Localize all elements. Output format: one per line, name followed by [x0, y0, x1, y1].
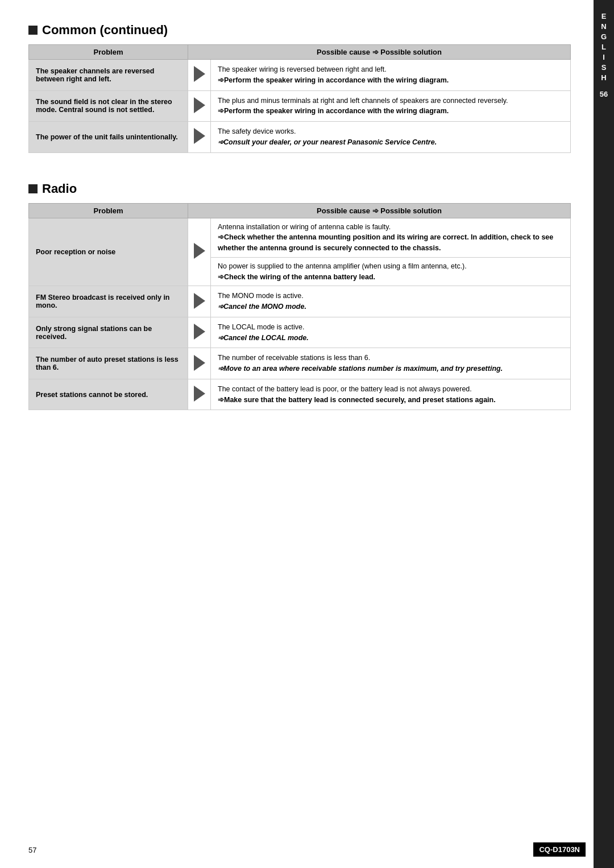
- problem-sound-field: The sound field is not clear in the ster…: [29, 90, 188, 122]
- main-content: Common (continued) Problem Possible caus…: [0, 0, 594, 868]
- arrow-icon: [188, 218, 211, 286]
- side-letter-i: I: [603, 52, 605, 63]
- section-divider: [28, 159, 571, 176]
- radio-section-heading: Radio: [28, 181, 571, 196]
- problem-poor-reception: Poor reception or noise: [29, 218, 188, 286]
- solution-sound-field: The plus and minus terminals at right an…: [211, 90, 571, 122]
- radio-problem-header: Problem: [29, 203, 188, 218]
- table-row: FM Stereo broadcast is received only in …: [29, 286, 571, 317]
- solution-sub-2: No power is supplied to the antenna ampl…: [211, 257, 570, 286]
- arrow-icon: [188, 379, 211, 410]
- side-letter-g: G: [601, 32, 607, 42]
- arrow-symbol: ➾: [372, 48, 381, 56]
- solution-speaker-channels: The speaker wiring is reversed between r…: [211, 60, 571, 91]
- radio-header-row: Problem Possible cause ➾ Possible soluti…: [29, 203, 571, 218]
- page-container: Common (continued) Problem Possible caus…: [0, 0, 614, 868]
- solution-fm-stereo: The MONO mode is active. ➾Cancel the MON…: [211, 286, 571, 317]
- solution-bold-text: ➾Perform the speaker wiring in accordanc…: [218, 107, 449, 115]
- solution-italic-bold-text: ➾Cancel the MONO mode.: [218, 303, 306, 311]
- arrow-icon: [188, 90, 211, 122]
- solution-bold-text: ➾Check whether the antenna mounting posi…: [218, 233, 553, 252]
- table-row: Poor reception or noise Antenna installa…: [29, 218, 571, 286]
- solution-bold-text: ➾Make sure that the battery lead is conn…: [218, 396, 496, 404]
- model-number: CQ-D1703N: [533, 842, 586, 857]
- table-row: Only strong signal stations can be recei…: [29, 317, 571, 348]
- solution-preset-stored: The contact of the battery lead is poor,…: [211, 379, 571, 410]
- solution-bold-text: ➾Perform the speaker wiring in accordanc…: [218, 76, 449, 84]
- arrow-icon: [188, 286, 211, 317]
- side-letter-s: S: [601, 63, 607, 73]
- solution-italic-bold-text: ➾Cancel the LOCAL mode.: [218, 334, 309, 342]
- table-row: The power of the unit fails unintentiona…: [29, 122, 571, 153]
- common-problem-header: Problem: [29, 45, 188, 60]
- solution-label: Possible solution: [380, 48, 442, 56]
- radio-solution-label: Possible solution: [380, 206, 442, 215]
- problem-auto-preset: The number of auto preset stations is le…: [29, 348, 188, 379]
- cause-label: Possible cause: [317, 48, 370, 56]
- problem-fm-stereo: FM Stereo broadcast is received only in …: [29, 286, 188, 317]
- side-letter-e: E: [601, 11, 607, 22]
- side-tab-letters: E N G L I S H: [601, 11, 607, 83]
- problem-speaker-channels: The speaker channels are reversed betwee…: [29, 60, 188, 91]
- solution-italic-bold-text: ➾Move to an area where receivable statio…: [218, 365, 503, 373]
- radio-title: Radio: [42, 181, 77, 196]
- common-cause-solution-header: Possible cause ➾ Possible solution: [188, 45, 571, 60]
- side-tab-number: 56: [600, 90, 608, 98]
- table-row: The number of auto preset stations is le…: [29, 348, 571, 379]
- table-row: The speaker channels are reversed betwee…: [29, 60, 571, 91]
- radio-cause-solution-header: Possible cause ➾ Possible solution: [188, 203, 571, 218]
- problem-strong-signal: Only strong signal stations can be recei…: [29, 317, 188, 348]
- solution-sub-1: Antenna installation or wiring of antenn…: [211, 218, 570, 257]
- radio-table: Problem Possible cause ➾ Possible soluti…: [28, 203, 571, 411]
- solution-italic-bold-text: ➾Consult your dealer, or your nearest Pa…: [218, 138, 437, 146]
- section-square-icon-radio: [28, 184, 38, 193]
- side-letter-l: L: [601, 42, 606, 52]
- common-section-heading: Common (continued): [28, 23, 571, 38]
- arrow-icon: [188, 122, 211, 153]
- side-tab: E N G L I S H 56: [594, 0, 614, 868]
- problem-preset-stored: Preset stations cannot be stored.: [29, 379, 188, 410]
- common-table: Problem Possible cause ➾ Possible soluti…: [28, 44, 571, 153]
- solution-power-fails: The safety device works. ➾Consult your d…: [211, 122, 571, 153]
- problem-power-fails: The power of the unit fails unintentiona…: [29, 122, 188, 153]
- table-row: Preset stations cannot be stored. The co…: [29, 379, 571, 410]
- radio-cause-label: Possible cause: [317, 206, 370, 215]
- section-square-icon: [28, 26, 38, 35]
- arrow-icon: [188, 317, 211, 348]
- solution-auto-preset: The number of receivable stations is les…: [211, 348, 571, 379]
- table-row: The sound field is not clear in the ster…: [29, 90, 571, 122]
- page-number: 57: [28, 846, 36, 854]
- side-letter-h: H: [601, 73, 606, 83]
- solution-strong-signal: The LOCAL mode is active. ➾Cancel the LO…: [211, 317, 571, 348]
- solution-bold-text: ➾Check the wiring of the antenna battery…: [218, 273, 375, 281]
- common-header-row: Problem Possible cause ➾ Possible soluti…: [29, 45, 571, 60]
- common-title: Common (continued): [42, 23, 168, 38]
- side-letter-n: N: [601, 22, 606, 32]
- radio-arrow-symbol: ➾: [372, 206, 381, 215]
- arrow-icon: [188, 348, 211, 379]
- arrow-icon: [188, 60, 211, 91]
- solution-poor-reception: Antenna installation or wiring of antenn…: [211, 218, 571, 286]
